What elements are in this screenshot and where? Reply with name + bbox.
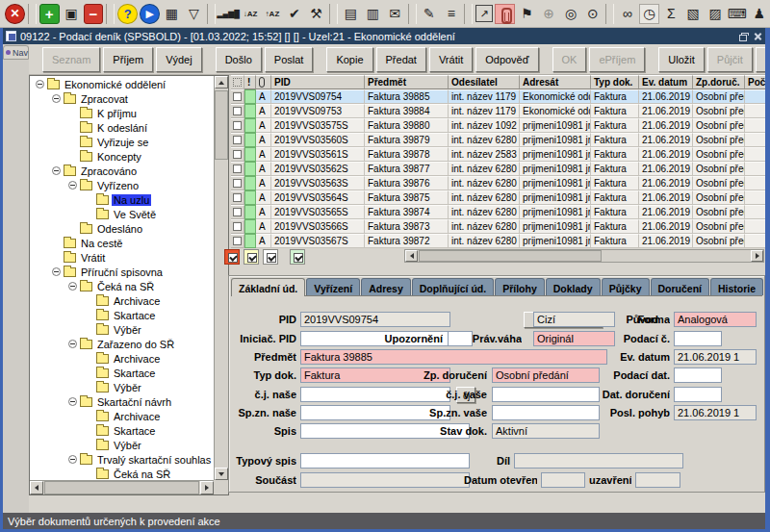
- tree-item[interactable]: Odesláno: [32, 221, 214, 236]
- tree-toggle-icon[interactable]: [68, 340, 77, 348]
- tree-item[interactable]: Trvalý skartační souhlas: [32, 452, 214, 467]
- row-select-checkbox[interactable]: [231, 190, 244, 205]
- select-red-checkbox[interactable]: [224, 249, 240, 265]
- scroll-right-button[interactable]: [200, 481, 214, 494]
- tree-item[interactable]: Čeká na SŘ: [32, 467, 214, 480]
- tree-item[interactable]: Ekonomické oddělení: [32, 77, 214, 91]
- column-header-attachment[interactable]: [256, 75, 271, 89]
- address-book-icon[interactable]: ♟: [749, 4, 769, 24]
- column-header-count[interactable]: Poč: [745, 75, 766, 89]
- detail-tab[interactable]: Adresy: [361, 278, 411, 295]
- sort-descending-icon[interactable]: ↓AZ: [241, 4, 261, 24]
- action-button[interactable]: Kopie: [326, 47, 372, 72]
- row-select-checkbox[interactable]: [231, 234, 244, 248]
- tree-item[interactable]: Archivace: [32, 351, 214, 366]
- header-select-checkbox[interactable]: [231, 75, 244, 89]
- table-row[interactable]: A 2019VVS03575S Faktura 39880 int. název…: [231, 118, 766, 133]
- tree-item[interactable]: Archivace: [32, 409, 214, 423]
- detail-tab[interactable]: Doklady: [546, 278, 601, 295]
- table-row[interactable]: A 2019VVS03563S Faktura 39876 int. název…: [231, 176, 766, 190]
- tree-item[interactable]: Koncepty: [32, 149, 214, 164]
- tree-vertical-scrollbar[interactable]: [214, 76, 228, 480]
- mail-icon[interactable]: ✉: [385, 4, 405, 24]
- scroll-right-button[interactable]: [751, 250, 763, 262]
- tree-item[interactable]: Výběr: [32, 438, 214, 452]
- detail-tab[interactable]: Doručení: [651, 278, 710, 295]
- tree-item[interactable]: Čeká na SŘ: [32, 279, 214, 293]
- detail-tab[interactable]: Půjčky: [602, 278, 650, 295]
- column-header-subject[interactable]: Předmět: [365, 75, 449, 89]
- tree-item[interactable]: Na uzlu: [32, 192, 214, 207]
- column-header-doctype[interactable]: Typ dok.: [591, 75, 639, 89]
- table-row[interactable]: A 2019VVS03566S Faktura 39873 int. název…: [231, 219, 766, 234]
- table-row[interactable]: A 2019VVS03564S Faktura 39875 int. název…: [231, 190, 766, 205]
- action-button[interactable]: ePříjem: [589, 47, 645, 72]
- row-select-checkbox[interactable]: [231, 118, 244, 133]
- row-select-checkbox[interactable]: [231, 162, 244, 176]
- tree-toggle-icon[interactable]: [68, 181, 77, 190]
- scroll-left-button[interactable]: [30, 481, 43, 494]
- row-select-checkbox[interactable]: [231, 133, 244, 147]
- action-button[interactable]: Předat: [376, 47, 426, 72]
- detail-tab[interactable]: Doplňující úd.: [412, 278, 494, 295]
- action-button[interactable]: Vrátit: [429, 47, 473, 72]
- filter-icon[interactable]: ▽: [184, 4, 204, 24]
- select-green-checkbox[interactable]: [290, 249, 305, 265]
- print-preview-icon[interactable]: ▥: [363, 4, 383, 24]
- tree-scroll-thumb[interactable]: [215, 90, 228, 160]
- tree-item[interactable]: Archivace: [32, 293, 214, 308]
- scroll-down-button[interactable]: [215, 468, 228, 480]
- document-window-titlebar[interactable]: 09122 - Podací deník (SPSBOLD) - [01.03.…: [2, 28, 768, 44]
- tree-item[interactable]: Vyřizuje se: [32, 135, 214, 149]
- tree-item[interactable]: Výběr: [32, 380, 214, 394]
- eye-icon[interactable]: ⊙: [582, 4, 603, 24]
- tree-item[interactable]: Skartace: [32, 366, 214, 380]
- table-horizontal-scrollbar[interactable]: [404, 249, 764, 263]
- detail-tab[interactable]: Přílohy: [495, 278, 545, 295]
- tree-toggle-icon[interactable]: [68, 282, 77, 291]
- action-button[interactable]: Výdej: [156, 47, 202, 72]
- pid-field[interactable]: 2019VVS09754: [300, 312, 450, 327]
- tree-item[interactable]: K odeslání: [32, 120, 214, 135]
- select-white-checkbox[interactable]: [263, 249, 278, 265]
- action-button[interactable]: Odpověď: [475, 47, 538, 72]
- table-row[interactable]: A 2019VVS03561S Faktura 39878 int. název…: [231, 147, 766, 162]
- column-header-evdate[interactable]: Ev. datum: [639, 75, 693, 89]
- scroll-left-button[interactable]: [405, 250, 418, 262]
- subject-field[interactable]: Faktura 39885: [300, 349, 607, 365]
- tree-item[interactable]: Na cestě: [32, 236, 214, 250]
- column-header-sender[interactable]: Odesílatel: [449, 75, 520, 89]
- column-header-exclamation[interactable]: !: [244, 75, 256, 89]
- action-button[interactable]: OK: [552, 47, 587, 72]
- excel-export-icon[interactable]: ▧: [683, 4, 704, 24]
- tree-item[interactable]: Ve Světě: [32, 207, 214, 221]
- row-select-checkbox[interactable]: [231, 205, 244, 219]
- report-icon[interactable]: ▨: [706, 4, 726, 24]
- detail-tab[interactable]: Historie: [710, 278, 763, 295]
- filing-date-field[interactable]: [674, 367, 722, 383]
- action-button[interactable]: Půjčit: [707, 47, 753, 72]
- tree-item[interactable]: K příjmu: [32, 106, 214, 120]
- tree-item[interactable]: Vrátit: [32, 250, 214, 265]
- detail-tab[interactable]: Vyřízení: [306, 278, 360, 295]
- checklist-icon[interactable]: ≡: [441, 4, 461, 24]
- scroll-up-button[interactable]: [215, 76, 228, 89]
- tree-toggle-icon[interactable]: [52, 166, 61, 175]
- signal-bars-icon[interactable]: ▂▄▆█: [218, 4, 239, 24]
- calendar-icon[interactable]: ▦: [162, 4, 182, 24]
- action-button[interactable]: Seznam: [42, 47, 100, 72]
- column-header-recipient[interactable]: Adresát: [520, 75, 591, 89]
- action-button[interactable]: Uložit: [658, 47, 705, 72]
- tree-toggle-icon[interactable]: [52, 94, 61, 103]
- tree-hscroll-thumb[interactable]: [44, 481, 199, 494]
- compose-icon[interactable]: ✎: [420, 4, 440, 24]
- tree-item[interactable]: Příruční spisovna: [32, 265, 214, 279]
- close-icon[interactable]: ✕: [5, 4, 25, 24]
- open-external-icon[interactable]: ↗: [475, 5, 493, 22]
- table-row[interactable]: A 2019VVS03567S Faktura 39872 int. název…: [231, 234, 766, 248]
- action-button[interactable]: Poslat: [265, 47, 314, 72]
- table-row[interactable]: A 2019VVS03562S Faktura 39877 int. název…: [231, 162, 766, 176]
- filing-number-field[interactable]: [674, 331, 722, 346]
- sort-ascending-icon[interactable]: ↑AZ: [263, 4, 283, 24]
- table-row[interactable]: A 2019VVS03560S Faktura 39879 int. název…: [231, 133, 766, 147]
